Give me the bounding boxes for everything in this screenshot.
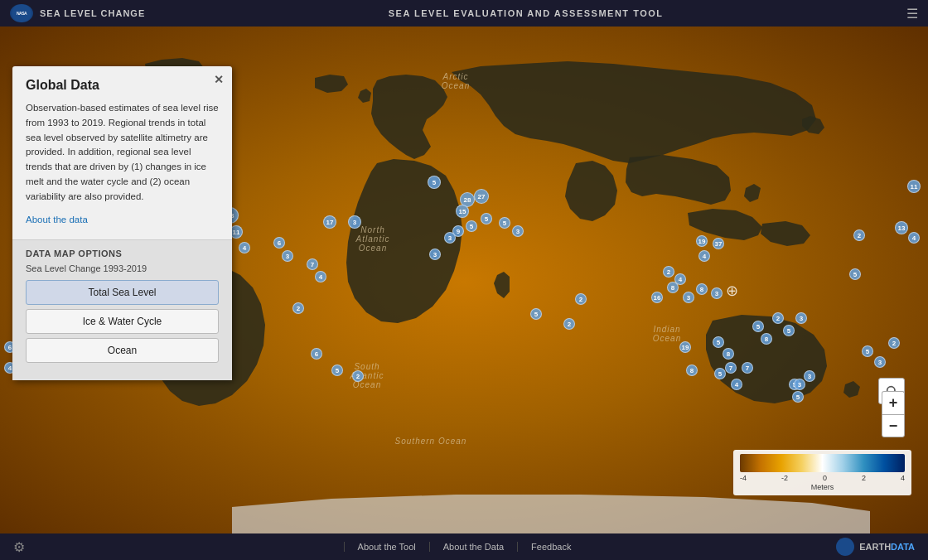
sidebar-title: Global Data (26, 78, 219, 93)
earthdata-text: EARTHDATA (859, 542, 915, 552)
about-data-link[interactable]: About the data (26, 215, 88, 224)
map-dot[interactable]: 3 (348, 215, 361, 229)
footer-right: EARTHDATA (836, 538, 915, 556)
legend-mid-neg: -2 (781, 474, 788, 482)
map-dot[interactable]: 3 (512, 225, 524, 237)
legend-unit: Meters (740, 483, 905, 491)
ice-water-cycle-button[interactable]: Ice & Water Cycle (26, 309, 219, 334)
map-dot[interactable]: 16 (651, 292, 663, 303)
legend-zero: 0 (823, 474, 827, 482)
map-dot[interactable]: 13 (895, 221, 908, 234)
legend-labels: -4 -2 0 2 4 (740, 474, 905, 482)
map-dot[interactable]: 3 (444, 232, 456, 244)
ocean-button[interactable]: Ocean (26, 338, 219, 363)
map-dot[interactable]: 5 (466, 220, 477, 232)
map-dot[interactable]: 8 (696, 283, 708, 295)
feedback-link[interactable]: Feedback (518, 542, 584, 552)
map-dot[interactable]: 6 (311, 348, 322, 360)
legend-mid-pos: 2 (862, 474, 866, 482)
earthdata-earth: EARTH (859, 542, 891, 552)
map-dot[interactable]: 5 (752, 321, 764, 332)
map-options-title: DATA MAP OPTIONS (26, 249, 219, 258)
map-dot[interactable]: 3 (804, 370, 815, 382)
map-dot[interactable]: 8 (667, 282, 679, 293)
about-tool-link[interactable]: About the Tool (344, 542, 430, 552)
map-dot[interactable]: 37 (713, 238, 724, 249)
map-dot[interactable]: 27 (474, 189, 489, 204)
map-dot[interactable]: 17 (323, 215, 336, 229)
color-legend: -4 -2 0 2 4 Meters (733, 450, 911, 495)
map-options-subtitle: Sea Level Change 1993-2019 (26, 263, 219, 273)
map-dot[interactable]: 3 (282, 250, 293, 262)
sidebar-panel: ✕ Global Data Observation-based estimate… (12, 66, 232, 380)
sidebar-content: ✕ Global Data Observation-based estimate… (12, 66, 232, 239)
earthdata-logo (836, 538, 854, 556)
map-dot[interactable]: 5 (331, 364, 343, 376)
map-dot[interactable]: 8 (723, 348, 734, 360)
zoom-out-button[interactable]: − (882, 414, 905, 437)
map-dot[interactable]: 4 (239, 242, 250, 253)
zoom-in-button[interactable]: + (882, 391, 905, 414)
map-dot[interactable]: 11 (907, 180, 921, 193)
map-dot[interactable]: 7 (742, 362, 753, 374)
map-dot[interactable]: 2 (292, 302, 304, 314)
legend-min: -4 (740, 474, 747, 482)
map-area[interactable]: ArcticOcean NorthAtlanticOcean SouthAtla… (0, 27, 928, 537)
map-dot[interactable]: 5 (428, 176, 441, 189)
close-button[interactable]: ✕ (214, 73, 224, 86)
map-dot[interactable]: 5 (783, 325, 795, 336)
map-dot[interactable]: 2 (575, 293, 587, 305)
header: NASA SEA LEVEL CHANGE SEA LEVEL EVALUATI… (0, 0, 928, 27)
map-dot[interactable]: 5 (792, 391, 804, 403)
map-dot[interactable]: 7 (307, 258, 318, 270)
map-dot[interactable]: 3 (794, 379, 805, 390)
header-left: NASA SEA LEVEL CHANGE (10, 4, 145, 22)
zoom-controls: + − (882, 391, 905, 437)
map-dot[interactable]: 4 (731, 379, 742, 390)
map-dot[interactable]: 19 (679, 341, 691, 353)
map-dot[interactable]: 3 (429, 249, 441, 260)
map-dot[interactable]: 5 (849, 268, 861, 280)
map-dot[interactable]: 7 (725, 362, 737, 374)
legend-max: 4 (901, 474, 905, 482)
map-dot[interactable]: 5 (481, 213, 492, 224)
map-dot[interactable]: 8 (761, 333, 772, 345)
map-dot[interactable]: 4 (315, 271, 326, 282)
site-title: SEA LEVEL CHANGE (40, 8, 145, 18)
settings-icon[interactable]: ⚙ (13, 540, 25, 554)
map-dot[interactable]: 2 (352, 370, 364, 382)
map-dot[interactable]: 5 (714, 368, 726, 379)
menu-icon[interactable]: ☰ (906, 6, 918, 22)
legend-bar (740, 454, 905, 472)
map-dot[interactable]: 3 (711, 287, 723, 299)
earthdata-data: DATA (891, 542, 915, 552)
map-dot[interactable]: 19 (696, 235, 708, 247)
map-dot[interactable]: 5 (862, 345, 873, 357)
footer: ⚙ About the Tool About the Data Feedback… (0, 533, 928, 560)
nasa-logo: NASA (10, 4, 33, 22)
map-dot[interactable]: 2 (888, 337, 900, 349)
map-dot[interactable]: 4 (908, 232, 920, 244)
map-dot[interactable]: 3 (874, 356, 886, 368)
page-title: SEA LEVEL EVALUATION AND ASSESSMENT TOOL (389, 8, 664, 18)
map-dot[interactable]: 3 (795, 312, 807, 324)
map-options-section: DATA MAP OPTIONS Sea Level Change 1993-2… (12, 239, 232, 380)
map-dot[interactable]: 2 (563, 318, 575, 330)
map-dot[interactable]: 6 (273, 237, 285, 249)
map-dot[interactable]: 5 (499, 217, 510, 229)
map-dot[interactable]: 2 (772, 312, 784, 324)
about-data-footer-link[interactable]: About the Data (430, 542, 518, 552)
total-sea-level-button[interactable]: Total Sea Level (26, 280, 219, 305)
map-dot[interactable]: 2 (663, 266, 674, 278)
map-dot[interactable]: 5 (530, 308, 542, 320)
map-dot[interactable]: 8 (686, 364, 698, 376)
map-dot[interactable]: 3 (683, 292, 694, 303)
map-dot[interactable]: 2 (853, 229, 865, 241)
map-dot[interactable]: 4 (698, 250, 710, 262)
map-dot[interactable]: 5 (713, 336, 724, 348)
map-dot[interactable]: 15 (456, 205, 469, 218)
footer-left: ⚙ (13, 539, 25, 555)
sidebar-description: Observation-based estimates of sea level… (26, 101, 219, 205)
footer-links: About the Tool About the Data Feedback (344, 542, 585, 552)
